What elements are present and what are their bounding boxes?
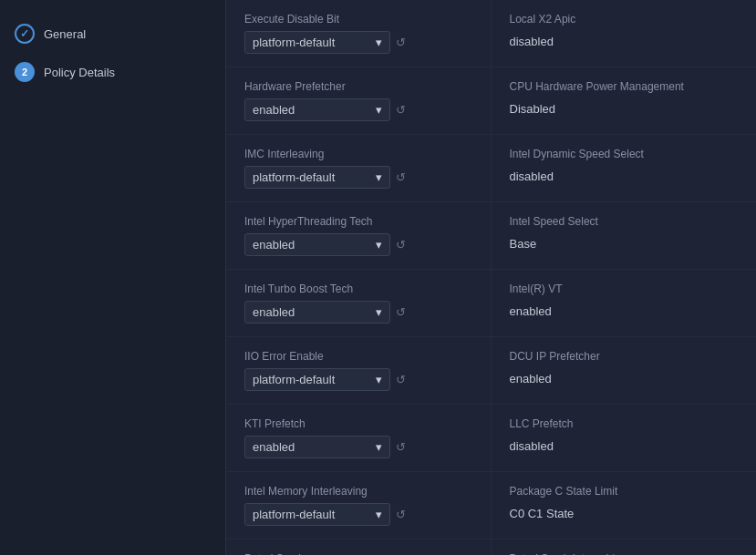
setting-cell-intel-dynamic-speed: Intel Dynamic Speed Select disabled — [492, 135, 757, 202]
setting-cell-intel-memory-interleaving: Intel Memory Interleaving platform-defau… — [226, 472, 492, 540]
iio-error-value: platform-default — [253, 373, 335, 386]
execute-disable-bit-value: platform-default — [253, 36, 335, 49]
intel-speed-select-label: Intel Speed Select — [510, 215, 739, 228]
hyperthreading-arrow: ▾ — [376, 238, 382, 252]
dcu-ip-prefetcher-value: enabled — [510, 368, 739, 389]
intel-memory-interleaving-value: platform-default — [253, 508, 335, 521]
hyperthreading-label: Intel HyperThreading Tech — [244, 215, 472, 228]
setting-cell-intel-speed-select: Intel Speed Select Base — [492, 202, 757, 270]
setting-cell-imc-interleaving: IMC Interleaving platform-default ▾ ↺ — [226, 135, 492, 202]
intel-memory-interleaving-refresh[interactable]: ↺ — [396, 508, 406, 521]
intel-vt-label: Intel(R) VT — [510, 283, 739, 295]
setting-cell-hardware-prefetcher: Hardware Prefetcher enabled ▾ ↺ — [226, 67, 492, 135]
execute-disable-bit-refresh[interactable]: ↺ — [396, 36, 406, 49]
intel-speed-select-value: Base — [510, 233, 739, 254]
turbo-boost-value: enabled — [253, 305, 295, 319]
hyperthreading-refresh[interactable]: ↺ — [396, 238, 406, 252]
intel-dynamic-speed-label: Intel Dynamic Speed Select — [510, 148, 739, 160]
imc-interleaving-row: platform-default ▾ ↺ — [244, 166, 472, 189]
execute-disable-bit-arrow: ▾ — [376, 36, 382, 49]
execute-disable-bit-label: Execute Disable Bit — [244, 13, 472, 26]
hardware-prefetcher-label: Hardware Prefetcher — [244, 80, 472, 93]
turbo-boost-refresh[interactable]: ↺ — [396, 305, 406, 319]
setting-cell-llc-prefetch: LLC Prefetch disabled — [492, 405, 757, 472]
hardware-prefetcher-value: enabled — [253, 103, 295, 117]
turbo-boost-dropdown[interactable]: enabled ▾ — [244, 301, 390, 324]
execute-disable-bit-dropdown[interactable]: platform-default ▾ — [244, 31, 390, 54]
iio-error-row: platform-default ▾ ↺ — [244, 368, 472, 391]
general-check-icon — [15, 24, 35, 44]
hardware-prefetcher-refresh[interactable]: ↺ — [396, 103, 406, 117]
imc-interleaving-value: platform-default — [253, 170, 335, 184]
llc-prefetch-value: disabled — [510, 436, 739, 457]
setting-cell-turbo-boost: Intel Turbo Boost Tech enabled ▾ ↺ — [226, 270, 492, 337]
sidebar-item-general-label: General — [44, 27, 86, 41]
setting-cell-local-x2-apic: Local X2 Apic disabled — [492, 0, 757, 67]
local-x2-apic-label: Local X2 Apic — [510, 13, 739, 26]
kti-prefetch-value: enabled — [253, 440, 295, 454]
hyperthreading-dropdown[interactable]: enabled ▾ — [244, 233, 390, 256]
imc-interleaving-refresh[interactable]: ↺ — [396, 170, 406, 184]
kti-prefetch-label: KTI Prefetch — [244, 417, 472, 430]
hyperthreading-row: enabled ▾ ↺ — [244, 233, 472, 256]
imc-interleaving-dropdown[interactable]: platform-default ▾ — [244, 166, 390, 189]
turbo-boost-row: enabled ▾ ↺ — [244, 301, 472, 324]
iio-error-arrow: ▾ — [376, 373, 382, 386]
hardware-prefetcher-arrow: ▾ — [376, 103, 382, 117]
execute-disable-bit-row: platform-default ▾ ↺ — [244, 31, 472, 54]
iio-error-dropdown[interactable]: platform-default ▾ — [244, 368, 390, 391]
main-content: Execute Disable Bit platform-default ▾ ↺… — [226, 0, 756, 555]
sidebar-item-policy-details[interactable]: 2 Policy Details — [0, 53, 225, 91]
sidebar-item-general[interactable]: General — [0, 15, 225, 53]
llc-prefetch-label: LLC Prefetch — [510, 417, 739, 430]
cpu-hw-power-label: CPU Hardware Power Management — [510, 80, 739, 93]
kti-prefetch-refresh[interactable]: ↺ — [396, 440, 406, 454]
iio-error-label: IIO Error Enable — [244, 350, 472, 363]
setting-cell-hyperthreading: Intel HyperThreading Tech enabled ▾ ↺ — [226, 202, 492, 270]
imc-interleaving-label: IMC Interleaving — [244, 148, 472, 160]
kti-prefetch-dropdown[interactable]: enabled ▾ — [244, 436, 390, 458]
policy-details-number-icon: 2 — [15, 62, 35, 82]
setting-cell-kti-prefetch: KTI Prefetch enabled ▾ ↺ — [226, 405, 492, 472]
turbo-boost-arrow: ▾ — [376, 305, 382, 319]
settings-grid: Execute Disable Bit platform-default ▾ ↺… — [226, 0, 756, 555]
setting-cell-cpu-hw-power: CPU Hardware Power Management Disabled — [492, 67, 757, 135]
dcu-ip-prefetcher-label: DCU IP Prefetcher — [510, 350, 739, 363]
hardware-prefetcher-row: enabled ▾ ↺ — [244, 98, 472, 121]
sidebar-item-policy-details-label: Policy Details — [44, 66, 115, 79]
local-x2-apic-value: disabled — [510, 31, 739, 52]
intel-memory-interleaving-row: platform-default ▾ ↺ — [244, 503, 472, 526]
setting-cell-execute-disable-bit: Execute Disable Bit platform-default ▾ ↺ — [226, 0, 492, 67]
hardware-prefetcher-dropdown[interactable]: enabled ▾ — [244, 98, 390, 121]
iio-error-refresh[interactable]: ↺ — [396, 373, 406, 386]
intel-memory-interleaving-dropdown[interactable]: platform-default ▾ — [244, 503, 390, 526]
setting-cell-dcu-ip-prefetcher: DCU IP Prefetcher enabled — [492, 337, 757, 405]
intel-vt-value: enabled — [510, 301, 739, 322]
turbo-boost-label: Intel Turbo Boost Tech — [244, 283, 472, 295]
sidebar: General 2 Policy Details — [0, 0, 226, 555]
setting-cell-patrol-scrub: Patrol Scrub enabled ▾ ↺ — [226, 540, 492, 555]
setting-cell-intel-vt: Intel(R) VT enabled — [492, 270, 757, 337]
setting-cell-patrol-scrub-interval: Patrol Scrub Interval * platform-default — [492, 540, 757, 555]
setting-cell-iio-error: IIO Error Enable platform-default ▾ ↺ — [226, 337, 492, 405]
kti-prefetch-row: enabled ▾ ↺ — [244, 436, 472, 458]
setting-cell-package-c-state: Package C State Limit C0 C1 State — [492, 472, 757, 540]
package-c-state-value: C0 C1 State — [510, 503, 739, 524]
intel-memory-interleaving-label: Intel Memory Interleaving — [244, 485, 472, 498]
intel-dynamic-speed-value: disabled — [510, 166, 739, 187]
package-c-state-label: Package C State Limit — [510, 485, 739, 498]
cpu-hw-power-value: Disabled — [510, 98, 739, 119]
kti-prefetch-arrow: ▾ — [376, 440, 382, 454]
hyperthreading-value: enabled — [253, 238, 295, 252]
intel-memory-interleaving-arrow: ▾ — [376, 508, 382, 521]
imc-interleaving-arrow: ▾ — [376, 170, 382, 184]
